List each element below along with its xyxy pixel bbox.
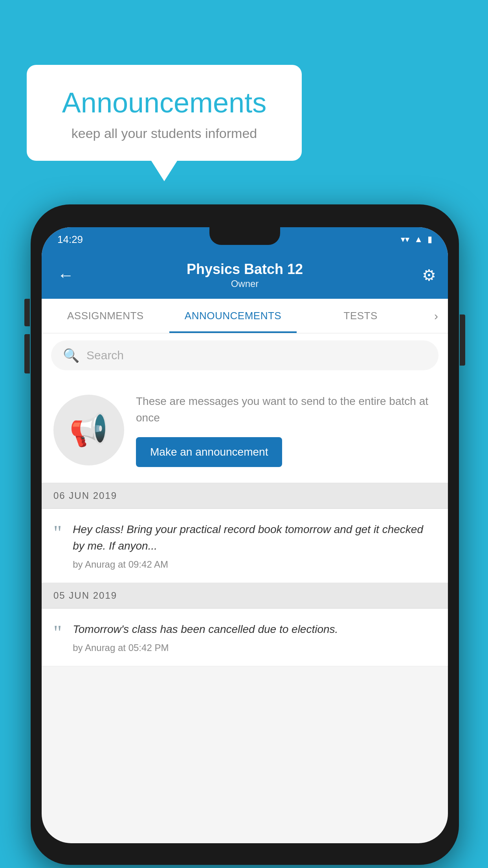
speech-bubble-subtitle: keep all your students informed <box>50 126 278 141</box>
search-placeholder: Search <box>86 349 124 362</box>
announcement-content-2: Tomorrow's class has been cancelled due … <box>73 621 436 653</box>
promo-content: These are messages you want to send to t… <box>136 393 436 467</box>
volume-up-button[interactable] <box>24 299 30 326</box>
app-bar: ← Physics Batch 12 Owner ⚙ <box>42 252 448 299</box>
search-icon: 🔍 <box>63 348 79 363</box>
wifi-icon: ▾▾ <box>401 234 409 245</box>
tab-tests[interactable]: TESTS <box>297 299 424 333</box>
speech-bubble-container: Announcements keep all your students inf… <box>27 65 302 161</box>
date-separator-1: 06 JUN 2019 <box>42 483 448 509</box>
announcement-item-1[interactable]: " Hey class! Bring your practical record… <box>42 509 448 583</box>
announcement-text-2: Tomorrow's class has been cancelled due … <box>73 621 436 638</box>
tab-more[interactable]: › <box>424 299 448 333</box>
promo-icon-circle: 📢 <box>53 395 124 465</box>
status-bar: 14:29 ▾▾ ▲ ▮ <box>42 227 448 252</box>
app-bar-subtitle: Owner <box>42 278 448 289</box>
notch <box>209 227 280 245</box>
announcement-author-2: by Anurag at 05:42 PM <box>73 642 436 653</box>
back-button[interactable]: ← <box>53 262 78 289</box>
status-bar-time: 14:29 <box>57 234 83 246</box>
battery-icon: ▮ <box>427 234 432 245</box>
status-bar-icons: ▾▾ ▲ ▮ <box>401 234 432 245</box>
signal-icon: ▲ <box>414 234 423 245</box>
megaphone-icon: 📢 <box>69 412 108 449</box>
announcement-item-2[interactable]: " Tomorrow's class has been cancelled du… <box>42 609 448 666</box>
speech-bubble: Announcements keep all your students inf… <box>27 65 302 161</box>
tab-assignments[interactable]: ASSIGNMENTS <box>42 299 169 333</box>
promo-box: 📢 These are messages you want to send to… <box>42 377 448 483</box>
announcement-text-1: Hey class! Bring your practical record b… <box>73 521 436 554</box>
quote-icon-1: " <box>53 523 62 543</box>
announcement-content-1: Hey class! Bring your practical record b… <box>73 521 436 570</box>
search-container: 🔍 Search <box>42 333 448 377</box>
tabs-container: ASSIGNMENTS ANNOUNCEMENTS TESTS › <box>42 299 448 333</box>
app-bar-title: Physics Batch 12 <box>42 261 448 278</box>
power-button[interactable] <box>460 314 465 366</box>
speech-bubble-title: Announcements <box>50 86 278 119</box>
content-area: 🔍 Search 📢 These are messages you want t… <box>42 333 448 666</box>
tab-announcements[interactable]: ANNOUNCEMENTS <box>169 299 297 333</box>
volume-down-button[interactable] <box>24 334 30 373</box>
quote-icon-2: " <box>53 623 62 643</box>
search-bar[interactable]: 🔍 Search <box>51 340 438 370</box>
phone-screen: 14:29 ▾▾ ▲ ▮ ← Physics Batch 12 Owner ⚙ … <box>42 227 448 843</box>
settings-icon[interactable]: ⚙ <box>422 266 436 284</box>
announcement-author-1: by Anurag at 09:42 AM <box>73 559 436 570</box>
promo-description: These are messages you want to send to t… <box>136 393 436 426</box>
phone-frame: 14:29 ▾▾ ▲ ▮ ← Physics Batch 12 Owner ⚙ … <box>31 204 459 865</box>
app-bar-title-container: Physics Batch 12 Owner <box>42 261 448 289</box>
make-announcement-button[interactable]: Make an announcement <box>136 437 282 467</box>
date-separator-2: 05 JUN 2019 <box>42 583 448 609</box>
